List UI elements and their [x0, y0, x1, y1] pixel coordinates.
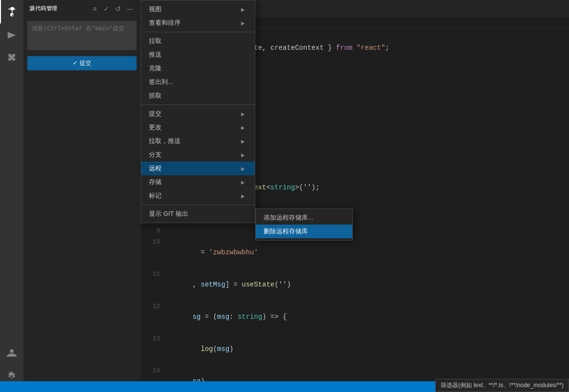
submenu-item-remove-remote[interactable]: 删除远程存储库	[256, 225, 352, 238]
submenu-item-add-remote[interactable]: 添加远程存储库...	[256, 211, 352, 225]
submenu-arrow-branch: ▶	[241, 152, 245, 158]
context-menu: 视图 ▶ 查看和排序 ▶ 拉取 推送 克隆 签出到... 抓取	[141, 0, 255, 223]
submenu-arrow-stash: ▶	[241, 180, 245, 185]
menu-item-sort[interactable]: 查看和排序 ▶	[141, 16, 255, 30]
submenu-arrow-sort: ▶	[241, 21, 245, 26]
menu-item-pull[interactable]: 拉取	[141, 34, 255, 48]
submenu-arrow-commit: ▶	[241, 111, 245, 117]
menu-overlay[interactable]: 视图 ▶ 查看和排序 ▶ 拉取 推送 克隆 签出到... 抓取	[0, 0, 569, 392]
separator-2	[141, 104, 255, 105]
submenu-arrow-changes: ▶	[241, 125, 245, 130]
menu-item-commit[interactable]: 提交 ▶	[141, 107, 255, 121]
menu-item-remote[interactable]: 远程 ▶	[141, 162, 255, 175]
remote-submenu: 添加远程存储库... 删除远程存储库	[255, 208, 353, 241]
separator-3	[141, 205, 255, 205]
menu-item-push[interactable]: 推送	[141, 48, 255, 62]
filter-tooltip: 筛选器(例如 text、**/*.ts、!**/node_modules/**)	[435, 379, 569, 392]
submenu-arrow-tags: ▶	[241, 193, 245, 199]
submenu-arrow-remote: ▶	[241, 166, 245, 171]
separator-1	[141, 32, 255, 32]
menu-item-view[interactable]: 视图 ▶	[141, 2, 255, 16]
menu-item-stash[interactable]: 存储 ▶	[141, 175, 255, 189]
menu-item-checkout[interactable]: 签出到...	[141, 75, 255, 89]
menu-item-show-git-output[interactable]: 显示 GIT 输出	[141, 207, 255, 221]
menu-item-branch[interactable]: 分支 ▶	[141, 148, 255, 162]
menu-item-changes[interactable]: 更改 ▶	[141, 121, 255, 134]
menu-item-tags[interactable]: 标记 ▶	[141, 189, 255, 203]
submenu-arrow-view: ▶	[241, 7, 245, 12]
submenu-arrow-pull-push: ▶	[241, 139, 245, 144]
menu-item-fetch[interactable]: 抓取	[141, 89, 255, 103]
menu-item-clone[interactable]: 克隆	[141, 62, 255, 75]
menu-item-pull-push[interactable]: 拉取，推送 ▶	[141, 134, 255, 148]
